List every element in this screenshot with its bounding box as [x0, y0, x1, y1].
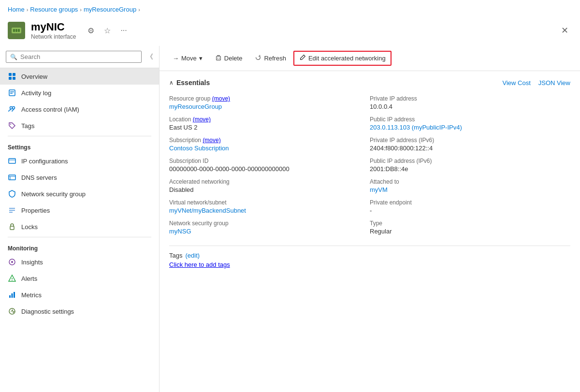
sidebar-item-overview[interactable]: Overview: [0, 68, 159, 85]
sidebar-item-metrics[interactable]: Metrics: [0, 287, 159, 303]
sidebar-item-properties[interactable]: Properties: [0, 202, 159, 218]
essentials-accelerated-networking: Accelerated networking Disabled: [169, 175, 370, 196]
sidebar-item-locks[interactable]: Locks: [0, 218, 159, 235]
favorite-button[interactable]: ☆: [102, 25, 113, 36]
resource-group-move-link[interactable]: (move): [212, 95, 230, 102]
svg-rect-1: [13, 29, 15, 32]
refresh-button[interactable]: Refresh: [249, 51, 291, 65]
sidebar-item-nsg[interactable]: Network security group: [0, 186, 159, 202]
nsg-label: Network security group: [21, 190, 86, 198]
sidebar-item-dns-servers[interactable]: DNS servers: [0, 169, 159, 186]
sidebar-item-alerts[interactable]: Alerts: [0, 270, 159, 287]
resource-header: myNIC Network interface ⚙ ☆ ··· ✕: [0, 19, 580, 46]
resource-group-value-link[interactable]: myResourceGroup: [169, 103, 222, 110]
svg-rect-29: [14, 292, 15, 298]
search-wrap: 🔍: [6, 51, 142, 63]
essentials-location: Location (move) East US 2: [169, 113, 370, 134]
essentials-subscription-id: Subscription ID 00000000-0000-0000-0000-…: [169, 155, 370, 175]
essentials-public-ip: Public IP address 203.0.113.103 (myPubli…: [370, 113, 570, 134]
svg-rect-7: [13, 77, 15, 80]
resource-title: myNIC Network interface: [31, 21, 76, 40]
svg-rect-14: [9, 159, 15, 163]
search-box: 🔍 《: [0, 46, 159, 68]
svg-rect-27: [9, 295, 11, 298]
essentials-collapse-button[interactable]: ∧: [169, 79, 174, 86]
essentials-type: Type Regular: [370, 217, 570, 238]
close-button[interactable]: ✕: [557, 23, 572, 38]
svg-rect-5: [13, 73, 15, 76]
locks-icon: [8, 222, 16, 231]
header-actions: ⚙ ☆ ···: [86, 25, 129, 36]
overview-label: Overview: [21, 73, 47, 80]
essentials-private-endpoint: Private endpoint -: [370, 196, 570, 217]
search-icon: 🔍: [10, 54, 17, 60]
settings-header: Settings: [0, 138, 159, 153]
breadcrumb-home[interactable]: Home: [8, 6, 25, 13]
breadcrumb-resource-groups[interactable]: Resource groups: [30, 6, 78, 13]
json-view-link[interactable]: JSON View: [538, 79, 570, 87]
metrics-label: Metrics: [21, 291, 42, 299]
tags-edit-link[interactable]: (edit): [185, 252, 200, 259]
ip-label: IP configurations: [21, 158, 68, 165]
more-button[interactable]: ···: [118, 25, 129, 36]
sidebar-item-iam[interactable]: Access control (IAM): [0, 101, 159, 117]
diag-icon: [8, 307, 16, 316]
alerts-icon: [8, 274, 16, 283]
delete-button[interactable]: Delete: [210, 51, 248, 65]
svg-rect-6: [9, 77, 12, 80]
svg-rect-31: [216, 57, 220, 60]
monitoring-header: Monitoring: [0, 239, 159, 254]
svg-point-12: [13, 107, 15, 109]
sidebar-collapse-button[interactable]: 《: [146, 53, 153, 61]
iam-icon: [8, 105, 16, 114]
main-content: 🔍 《 Overview Activity log: [0, 46, 580, 392]
search-input[interactable]: [20, 53, 137, 60]
delete-icon: [215, 54, 222, 62]
pin-button[interactable]: ⚙: [86, 25, 96, 36]
essentials-private-ip: Private IP address 10.0.0.4: [370, 92, 570, 113]
svg-rect-3: [18, 29, 20, 32]
sidebar-item-activity-log[interactable]: Activity log: [0, 85, 159, 101]
ip-icon: [8, 157, 16, 165]
subscription-move-link[interactable]: (move): [203, 137, 220, 144]
essentials-right-col: Private IP address 10.0.0.4 Public IP ad…: [370, 92, 570, 238]
settings-divider: [8, 136, 151, 136]
tags-section: Tags (edit) Click here to add tags: [169, 246, 570, 268]
essentials-title: ∧ Essentials: [169, 79, 210, 87]
dns-label: DNS servers: [21, 174, 57, 181]
sidebar-item-ip-configurations[interactable]: IP configurations: [0, 153, 159, 169]
tags-icon: [8, 121, 16, 130]
sidebar-item-tags[interactable]: Tags: [0, 117, 159, 134]
svg-point-24: [11, 261, 13, 263]
svg-point-26: [12, 280, 13, 281]
props-icon: [8, 206, 16, 215]
toolbar: → Move ▾ Delete Refresh: [160, 46, 580, 71]
nic-icon: [11, 25, 22, 36]
iam-label: Access control (IAM): [21, 106, 79, 113]
sidebar-item-insights[interactable]: Insights: [0, 254, 159, 270]
svg-rect-8: [9, 90, 15, 96]
activity-log-icon: [8, 88, 16, 97]
breadcrumb: Home › Resource groups › myResourceGroup…: [0, 0, 580, 19]
add-tags-link[interactable]: Click here to add tags: [169, 261, 230, 268]
breadcrumb-sep-3: ›: [138, 7, 140, 13]
alerts-label: Alerts: [21, 275, 37, 282]
essentials-vnet: Virtual network/subnet myVNet/myBackendS…: [169, 196, 370, 217]
public-ip-link[interactable]: 203.0.113.103 (myPublicIP-IPv4): [370, 124, 462, 131]
essentials-header: ∧ Essentials View Cost JSON View: [169, 79, 570, 87]
essentials-attached-to: Attached to myVM: [370, 175, 570, 196]
resource-type: Network interface: [31, 33, 76, 40]
view-cost-link[interactable]: View Cost: [502, 79, 530, 87]
content-area: ∧ Essentials View Cost JSON View Resourc…: [160, 71, 580, 392]
location-move-link[interactable]: (move): [193, 116, 211, 123]
vnet-value-link[interactable]: myVNet/myBackendSubnet: [169, 207, 246, 214]
move-button[interactable]: → Move ▾: [167, 52, 208, 65]
breadcrumb-myresourcegroup[interactable]: myResourceGroup: [84, 6, 136, 13]
edit-accelerated-networking-button[interactable]: Edit accelerated networking: [293, 51, 392, 66]
subscription-value-link[interactable]: Contoso Subscription: [169, 145, 229, 152]
essentials-left-col: Resource group (move) myResourceGroup Lo…: [169, 92, 370, 238]
attached-vm-link[interactable]: myVM: [370, 186, 388, 193]
nsg-value-link[interactable]: myNSG: [169, 228, 191, 235]
sidebar-item-diagnostic[interactable]: Diagnostic settings: [0, 303, 159, 319]
tags-label: Tags: [21, 122, 34, 130]
